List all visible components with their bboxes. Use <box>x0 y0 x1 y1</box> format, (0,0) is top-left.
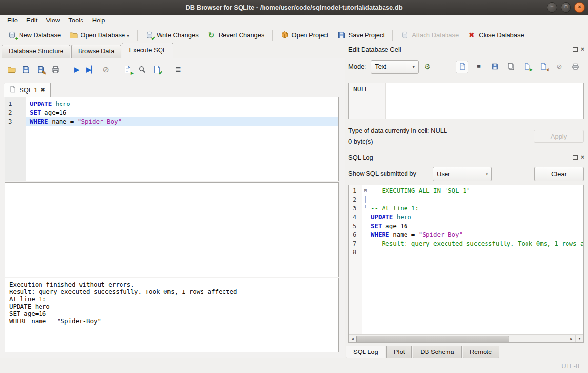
db-browser-window: DB Browser for SQLite - /home/user/code/… <box>0 0 588 373</box>
open-sql-file-button[interactable] <box>5 63 18 76</box>
execute-all-button[interactable]: ▶ <box>70 63 83 76</box>
apply-button[interactable]: Apply <box>534 130 584 143</box>
menu-bar: File Edit View Tools Help <box>0 15 588 26</box>
cell-type-info: Type of data currently in cell: NULL <box>348 127 447 134</box>
sql-code-area: UPDATE hero SET age=16 WHERE name = "Spi… <box>26 97 338 181</box>
align-icon: ≡ <box>477 63 481 70</box>
menu-view[interactable]: View <box>41 16 64 25</box>
attach-database-label: Attach Database <box>412 31 459 39</box>
new-database-button[interactable]: + New Database <box>4 28 64 41</box>
execute-current-line-button[interactable]: ▶▏ <box>85 63 98 76</box>
window-title: DB Browser for SQLite - /home/user/code/… <box>185 4 402 11</box>
scroll-down-icon[interactable]: ▾ <box>575 335 583 342</box>
log-line: -- At line 1: <box>369 204 583 213</box>
attach-database-button[interactable]: Attach Database <box>397 28 463 41</box>
print-cell-button[interactable] <box>569 61 581 73</box>
new-database-label: New Database <box>19 31 61 39</box>
dock-tab-db-schema[interactable]: DB Schema <box>413 346 461 359</box>
close-window-button[interactable]: × <box>574 2 585 13</box>
mode-select[interactable]: Text ▾ <box>371 60 419 74</box>
menu-tools[interactable]: Tools <box>64 16 87 25</box>
log-horizontal-scrollbar[interactable]: ◂ ▸ ▾ <box>349 334 583 342</box>
status-bar: UTF-8 <box>0 358 588 373</box>
open-database-button[interactable]: Open Database ▾ <box>65 28 133 41</box>
sql-file-tab-bar: SQL 1 ✖ <box>4 83 51 97</box>
sql-editor[interactable]: 1 2 3 UPDATE hero SET age=16 WHERE name … <box>5 97 339 181</box>
save-cell-button[interactable] <box>489 61 501 73</box>
close-database-button[interactable]: ✖ Close Database <box>464 29 528 41</box>
import-settings-button[interactable]: ⚙ <box>424 62 430 71</box>
sql-log-view[interactable]: 1 2 3 4 5 6 7 8 ⊟ │ └ <box>348 185 584 343</box>
menu-help[interactable]: Help <box>88 16 110 25</box>
export-cell-button[interactable]: ▸ <box>521 61 533 73</box>
float-dock-icon[interactable] <box>573 47 578 52</box>
clear-log-button[interactable]: Clear <box>534 167 584 181</box>
maximize-button[interactable]: □ <box>561 2 571 13</box>
right-panel: Edit Database Cell × Mode: Text ▾ ⚙ ≡ ▸ <box>345 44 588 358</box>
tab-execute-sql[interactable]: Execute SQL <box>122 43 173 58</box>
tab-database-structure[interactable]: Database Structure <box>2 45 70 58</box>
write-changes-button[interactable]: ✔ Write Changes <box>142 28 203 41</box>
word-wrap-button[interactable]: ≡ <box>473 61 485 73</box>
text-document-button[interactable] <box>456 61 468 73</box>
scroll-right-icon[interactable]: ▸ <box>568 335 575 342</box>
dock-tab-remote[interactable]: Remote <box>463 346 500 359</box>
stop-button[interactable]: ⊘ <box>100 63 112 76</box>
float-dock-icon[interactable] <box>573 155 578 160</box>
print-button[interactable] <box>49 63 61 76</box>
check-icon: ✔ <box>158 70 162 76</box>
sql-log-filter-select[interactable]: User ▾ <box>433 167 492 181</box>
edit-cell-title: Edit Database Cell <box>348 46 401 53</box>
main-tab-bar: Database Structure Browse Data Execute S… <box>0 44 345 58</box>
save-sql-file-button[interactable] <box>20 63 32 76</box>
fold-margin[interactable]: ⊟ │ └ <box>362 185 369 342</box>
scrollbar-thumb[interactable] <box>356 336 509 343</box>
copy-cell-button[interactable] <box>505 61 517 73</box>
sql-editor-toolbar: ✎ ▶ ▶▏ ⊘ ▸ ✔ ≣ <box>5 63 184 76</box>
sql1-tab-close-icon[interactable]: ✖ <box>41 87 45 93</box>
results-grid[interactable] <box>5 182 339 277</box>
menu-file[interactable]: File <box>3 16 22 25</box>
write-changes-label: Write Changes <box>157 31 199 39</box>
combo-arrow-icon: ▾ <box>413 64 415 69</box>
execution-output-pane[interactable]: Execution finished without errors. Resul… <box>5 278 339 352</box>
import-cell-button[interactable]: ◂ <box>537 61 549 73</box>
main-area: Database Structure Browse Data Execute S… <box>0 44 588 358</box>
dock-tab-bar: SQL Log Plot DB Schema Remote <box>346 346 500 358</box>
set-null-button[interactable]: ⊘ <box>553 61 565 73</box>
cell-value-editor[interactable]: NULL <box>348 83 584 119</box>
code-line: SET age=16 <box>26 108 338 117</box>
replace-button[interactable]: ✔ <box>150 63 163 76</box>
log-line <box>369 248 583 257</box>
save-sql-file-as-button[interactable]: ✎ <box>34 63 47 76</box>
menu-edit[interactable]: Edit <box>22 16 41 25</box>
close-dock-icon[interactable]: × <box>581 155 584 160</box>
find-button[interactable] <box>136 63 148 76</box>
line-number: 2 <box>5 108 26 117</box>
scrollbar-track[interactable] <box>356 335 568 342</box>
scroll-left-icon[interactable]: ◂ <box>349 335 356 342</box>
sql1-tab[interactable]: SQL 1 ✖ <box>4 83 51 97</box>
combo-arrow-icon: ▾ <box>486 172 488 177</box>
fold-marker-icon[interactable]: ⊟ <box>362 186 369 195</box>
format-sql-button[interactable]: ≣ <box>172 63 184 76</box>
revert-changes-icon: ↻ <box>207 31 216 40</box>
code-line: UPDATE hero <box>26 100 338 108</box>
open-project-icon <box>281 31 289 39</box>
close-dock-icon[interactable]: × <box>581 47 584 52</box>
tab-browse-data[interactable]: Browse Data <box>71 45 121 58</box>
execute-line-icon: ▶▏ <box>86 66 96 73</box>
log-line-numbers: 1 2 3 4 5 6 7 8 <box>349 185 362 342</box>
revert-changes-button[interactable]: ↻ Revert Changes <box>203 28 268 42</box>
title-bar: DB Browser for SQLite - /home/user/code/… <box>0 0 588 15</box>
dock-tab-sql-log[interactable]: SQL Log <box>346 346 385 359</box>
open-project-button[interactable]: Open Project <box>277 28 333 41</box>
save-results-button[interactable]: ▸ <box>121 63 134 76</box>
save-project-button[interactable]: Save Project <box>333 28 388 41</box>
new-database-icon: + <box>8 31 16 39</box>
dock-tab-plot[interactable]: Plot <box>386 346 412 359</box>
open-database-dropdown-icon[interactable]: ▾ <box>127 33 129 38</box>
minimize-button[interactable]: − <box>547 2 557 13</box>
plus-icon: + <box>15 36 18 41</box>
edit-cell-dock-controls: × <box>573 47 584 52</box>
